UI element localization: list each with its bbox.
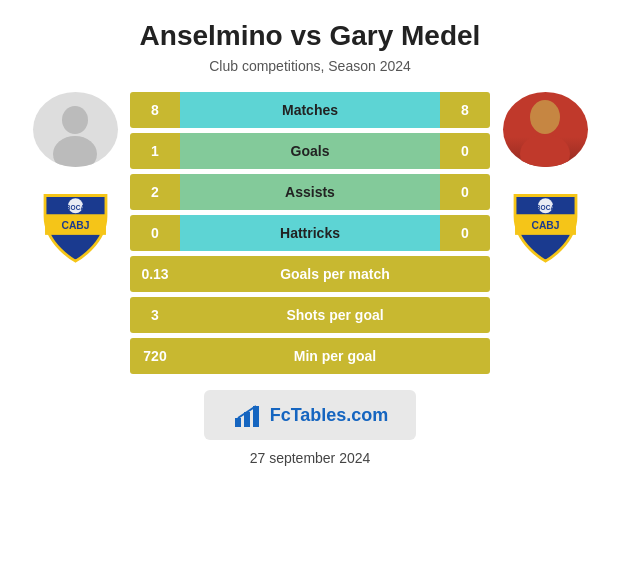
- svg-point-0: [62, 106, 88, 134]
- stat-row-min-per-goal: 720Min per goal: [130, 338, 490, 374]
- stat-label-text: Goals per match: [280, 266, 390, 282]
- stat-label-text: Shots per goal: [286, 307, 383, 323]
- player1-photo: [33, 92, 118, 167]
- right-avatars: CABJ BOCA: [490, 92, 600, 265]
- stat-left-value: 0.13: [130, 256, 180, 292]
- club2-shield: CABJ BOCA: [505, 185, 585, 265]
- svg-rect-14: [253, 406, 259, 427]
- stat-row-goals-per-match: 0.13Goals per match: [130, 256, 490, 292]
- stat-label-area: Assists: [180, 174, 440, 210]
- svg-text:BOCA: BOCA: [65, 203, 85, 210]
- stat-right-value: 8: [440, 92, 490, 128]
- stat-row-hattricks: 0Hattricks0: [130, 215, 490, 251]
- stat-row-shots-per-goal: 3Shots per goal: [130, 297, 490, 333]
- stat-label-text: Matches: [282, 102, 338, 118]
- stat-left-value: 2: [130, 174, 180, 210]
- stat-left-value: 720: [130, 338, 180, 374]
- stat-left-value: 3: [130, 297, 180, 333]
- club1-shield: CABJ BOCA: [35, 185, 115, 265]
- stat-right-value: 0: [440, 215, 490, 251]
- stat-label-area: Goals per match: [180, 256, 490, 292]
- stat-row-assists: 2Assists0: [130, 174, 490, 210]
- svg-text:CABJ: CABJ: [61, 220, 89, 231]
- stat-label-text: Min per goal: [294, 348, 376, 364]
- svg-rect-12: [235, 418, 241, 427]
- fctables-icon: [232, 400, 262, 430]
- player2-photo: [503, 92, 588, 167]
- stat-row-goals: 1Goals0: [130, 133, 490, 169]
- stat-label-text: Hattricks: [280, 225, 340, 241]
- main-content-row: CABJ BOCA 8Matches81Goals02Assists00Hatt…: [10, 92, 610, 374]
- logo-area: FcTables.com: [204, 390, 417, 440]
- stat-left-value: 0: [130, 215, 180, 251]
- page-subtitle: Club competitions, Season 2024: [209, 58, 411, 74]
- page-title: Anselmino vs Gary Medel: [140, 20, 481, 52]
- stat-label-text: Goals: [291, 143, 330, 159]
- stat-label-area: Shots per goal: [180, 297, 490, 333]
- stat-left-value: 1: [130, 133, 180, 169]
- stat-label-area: Hattricks: [180, 215, 440, 251]
- stat-right-value: 0: [440, 133, 490, 169]
- svg-text:CABJ: CABJ: [531, 220, 559, 231]
- stat-label-area: Matches: [180, 92, 440, 128]
- svg-point-6: [530, 100, 560, 134]
- stats-block: 8Matches81Goals02Assists00Hattricks00.13…: [130, 92, 490, 374]
- left-avatars: CABJ BOCA: [20, 92, 130, 265]
- stat-left-value: 8: [130, 92, 180, 128]
- svg-point-1: [53, 136, 97, 167]
- stat-right-value: 0: [440, 174, 490, 210]
- logo-text: FcTables.com: [270, 405, 389, 426]
- svg-point-7: [520, 134, 570, 167]
- page-container: Anselmino vs Gary Medel Club competition…: [0, 0, 620, 580]
- stat-row-matches: 8Matches8: [130, 92, 490, 128]
- svg-text:BOCA: BOCA: [535, 203, 555, 210]
- stat-label-text: Assists: [285, 184, 335, 200]
- stat-label-area: Min per goal: [180, 338, 490, 374]
- date-label: 27 september 2024: [250, 450, 371, 466]
- stat-label-area: Goals: [180, 133, 440, 169]
